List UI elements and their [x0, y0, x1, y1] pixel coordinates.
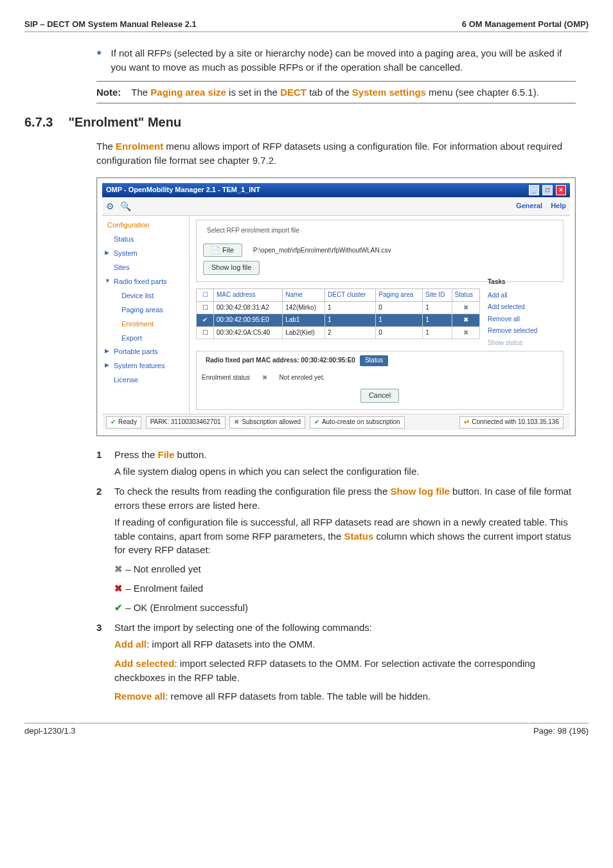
cmd-add-all: Add all: import all RFP datasets into th… — [114, 637, 576, 651]
close-icon[interactable]: × — [556, 185, 566, 195]
task-remove-selected[interactable]: Remove selected — [488, 326, 564, 336]
status-x-icon: ✖ — [262, 374, 267, 381]
footer-left: depl-1230/1.3 — [24, 726, 76, 736]
step-number: 1 — [96, 448, 107, 462]
file-path: P:\open_mob\rfpEnrolment\rfpWithoutWLAN.… — [253, 247, 391, 254]
legend-enrolment-ok: ✔ – OK (Enrolment successful) — [114, 601, 576, 615]
kw-dect: DECT — [280, 87, 306, 98]
window-title: OMP - OpenMobility Manager 2.1 - TEM_1_I… — [106, 185, 260, 195]
gear-icon[interactable]: ⚙ — [106, 201, 114, 211]
toolbar: ⚙ 🔍 General Help — [102, 197, 570, 216]
col-name[interactable]: Name — [283, 289, 325, 302]
table-header-row: ☐ MAC address Name DECT cluster Paging a… — [197, 289, 480, 302]
enrolment-status-label: Enrolment status — [202, 374, 250, 381]
row-checkbox[interactable]: ✔ — [197, 314, 214, 327]
enrolment-status-row: Enrolment status ✖ Not enroled yet. — [202, 373, 558, 383]
show-log-file-button[interactable]: Show log file — [203, 261, 260, 275]
bullet-icon: ● — [96, 46, 102, 75]
sidebar-configuration[interactable]: Configuration — [102, 218, 189, 233]
sidebar-sites[interactable]: Sites — [102, 261, 189, 275]
legend-enrolment-failed: ✖ – Enrolment failed — [114, 581, 576, 596]
kw-add-all: Add all — [114, 639, 147, 650]
sidebar-portable-parts[interactable]: ▶Portable parts — [102, 345, 189, 359]
step-2: 2 To check the results from reading the … — [96, 484, 576, 513]
status-tab[interactable]: Status — [360, 355, 388, 366]
status-x-icon: ✖ — [452, 314, 479, 327]
table-row[interactable]: ✔ 00:30:42:00:95:E0 Lab1 1 1 1 ✖ — [197, 314, 480, 327]
kw-status: Status — [344, 531, 373, 542]
x-gray-icon: ✖ — [114, 563, 123, 574]
sidebar-export[interactable]: Export — [102, 332, 189, 346]
header-left: SIP – DECT OM System Manual Release 2.1 — [24, 19, 197, 29]
col-checkbox[interactable]: ☐ — [197, 289, 214, 302]
sidebar-license[interactable]: License — [102, 373, 189, 387]
rfp-table: ☐ MAC address Name DECT cluster Paging a… — [196, 288, 480, 339]
cmd-remove-all: Remove all: remove all RFP datasets from… — [114, 689, 576, 704]
status-autocreate: ✔Auto-create on subscription — [310, 416, 405, 429]
file-button[interactable]: 📄 File — [203, 244, 242, 258]
bullet-item: ● If not all RFPs (selected by a site or… — [96, 46, 576, 75]
sidebar-radio-fixed-parts[interactable]: ▼Radio fixed parts — [102, 275, 189, 289]
col-pa[interactable]: Paging area — [376, 289, 423, 302]
minimize-icon[interactable]: _ — [529, 185, 539, 195]
cancel-button[interactable]: Cancel — [360, 389, 399, 403]
kw-show-log-file: Show log file — [390, 486, 450, 497]
kw-file: File — [158, 449, 175, 460]
kw-remove-all: Remove all — [114, 691, 165, 702]
status-ready: ✔Ready — [106, 416, 141, 429]
enrolment-status-value: Not enroled yet. — [280, 374, 325, 381]
sidebar-enrolment[interactable]: Enrolment — [102, 317, 189, 332]
task-add-all[interactable]: Add all — [488, 291, 564, 301]
tasks-title: Tasks — [488, 278, 564, 287]
chevron-down-icon: ▼ — [105, 277, 111, 285]
chevron-right-icon: ▶ — [105, 361, 109, 369]
step-number: 2 — [96, 484, 107, 513]
search-icon[interactable]: 🔍 — [120, 201, 131, 211]
footer-right: Page: 98 (196) — [533, 726, 589, 736]
col-status[interactable]: Status — [452, 289, 479, 302]
sidebar-system-features[interactable]: ▶System features — [102, 359, 189, 373]
kw-enrolment: Enrolment — [116, 141, 163, 152]
maximize-icon[interactable]: □ — [542, 185, 553, 195]
intro-paragraph: The Enrolment menu allows import of RFP … — [96, 139, 576, 168]
help-link[interactable]: Help — [551, 202, 566, 209]
cmd-add-selected: Add selected: import selected RFP datase… — [114, 657, 576, 685]
detail-box: Radio fixed part MAC address: 00:30:42:0… — [196, 351, 564, 410]
tasks-panel: Tasks Add all Add selected Remove all Re… — [488, 278, 564, 350]
col-mac[interactable]: MAC address — [214, 289, 283, 302]
check-green-icon: ✔ — [114, 602, 123, 613]
step-3: 3 Start the import by selecting one of t… — [96, 621, 576, 635]
col-site[interactable]: Site ID — [423, 289, 452, 302]
main-panel: Select RFP enrolment import file 📄 File … — [190, 216, 570, 414]
row-checkbox[interactable]: ☐ — [197, 301, 214, 314]
check-icon: ✔ — [314, 418, 319, 427]
task-show-status[interactable]: Show status — [488, 339, 564, 348]
window-buttons: _ □ × — [528, 185, 566, 195]
row-checkbox[interactable]: ☐ — [197, 326, 214, 339]
note-label: Note: — [96, 85, 121, 100]
bullet-text: If not all RFPs (selected by a site or h… — [111, 46, 576, 75]
status-x-icon: ✖ — [452, 326, 479, 339]
note-box: Note: The Paging area size is set in the… — [96, 81, 576, 104]
detail-legend: Radio fixed part MAC address: 00:30:42:0… — [203, 356, 358, 366]
import-file-legend: Select RFP enrolment import file — [204, 226, 302, 236]
import-file-box: Select RFP enrolment import file 📄 File … — [196, 220, 564, 282]
sidebar-status[interactable]: Status — [102, 233, 189, 247]
page-footer: depl-1230/1.3 Page: 98 (196) — [24, 723, 589, 736]
kw-paging-area-size: Paging area size — [150, 87, 226, 98]
kw-add-selected: Add selected — [114, 658, 174, 669]
col-dect[interactable]: DECT cluster — [325, 289, 376, 302]
x-red-icon: ✖ — [114, 583, 123, 594]
sidebar-paging-areas[interactable]: Paging areas — [102, 303, 189, 317]
sidebar-device-list[interactable]: Device list — [102, 289, 189, 303]
task-remove-all[interactable]: Remove all — [488, 315, 564, 324]
chevron-right-icon: ▶ — [105, 249, 109, 257]
window-titlebar: OMP - OpenMobility Manager 2.1 - TEM_1_I… — [102, 183, 570, 197]
general-link[interactable]: General — [516, 202, 542, 209]
sidebar-system[interactable]: ▶System — [102, 247, 189, 261]
status-bar: ✔Ready PARK: 31100303462701 ✖Subscriptio… — [102, 414, 570, 430]
task-add-selected[interactable]: Add selected — [488, 303, 564, 312]
table-row[interactable]: ☐ 00:30:42:08:31:A2 142(Mirko) 1 0 1 ✖ — [197, 301, 480, 314]
table-row[interactable]: ☐ 00:30:42:0A:C5:40 Lab2(Kiel) 2 0 1 ✖ — [197, 326, 480, 339]
note-text: The Paging area size is set in the DECT … — [131, 85, 539, 100]
